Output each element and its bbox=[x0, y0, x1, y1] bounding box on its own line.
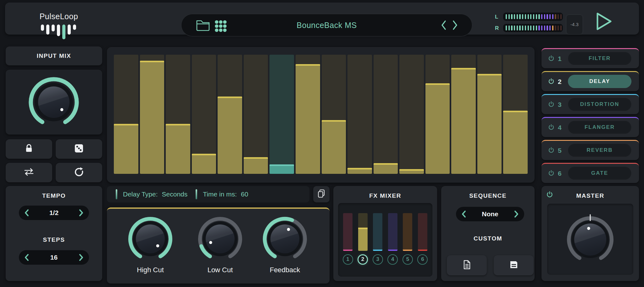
tempo-prev-icon[interactable] bbox=[24, 209, 30, 217]
sequencer-step-8[interactable] bbox=[296, 55, 320, 174]
meter-segment bbox=[547, 14, 548, 19]
low-cut-knob[interactable] bbox=[192, 211, 248, 268]
fx-slot-button[interactable]: FILTER bbox=[568, 52, 631, 65]
sequencer-step-15[interactable] bbox=[477, 55, 502, 174]
fx-slot-reverb[interactable]: 5REVERB bbox=[541, 140, 639, 160]
sequencer-step-14[interactable] bbox=[451, 55, 476, 174]
fx-slot-filter[interactable]: 1FILTER bbox=[541, 48, 639, 68]
copy-icon bbox=[317, 189, 325, 199]
meter-segment bbox=[525, 14, 526, 19]
mixer-channel-select-4[interactable]: 4 bbox=[387, 254, 398, 265]
power-icon[interactable] bbox=[548, 78, 555, 86]
mixer-channel-select-5[interactable]: 5 bbox=[402, 254, 413, 265]
meter-segment bbox=[514, 25, 515, 30]
meter-segment bbox=[506, 25, 507, 30]
swap-button[interactable] bbox=[6, 163, 52, 182]
fx-slot-gate[interactable]: 6GATE bbox=[541, 163, 639, 183]
power-icon[interactable] bbox=[548, 55, 555, 63]
logo-bar bbox=[73, 25, 76, 30]
power-icon[interactable] bbox=[548, 169, 555, 178]
sequencer-step-7[interactable] bbox=[269, 55, 294, 174]
mixer-channel-select-1[interactable]: 1 bbox=[343, 254, 353, 265]
sequencer-step-10[interactable] bbox=[347, 55, 372, 174]
sequencer-step-12[interactable] bbox=[399, 55, 424, 174]
preset-prev-icon[interactable] bbox=[440, 20, 446, 27]
steps-prev-icon[interactable] bbox=[24, 254, 30, 261]
meter-segment bbox=[511, 14, 512, 19]
lock-button[interactable] bbox=[6, 139, 52, 159]
master-title: MASTER bbox=[541, 192, 639, 199]
fx-slot-number: 5 bbox=[558, 141, 562, 160]
fx-slot-delay[interactable]: 2DELAY bbox=[541, 71, 639, 91]
sequencer-step-11[interactable] bbox=[374, 55, 398, 174]
meter-segment bbox=[522, 14, 523, 19]
power-icon[interactable] bbox=[548, 146, 555, 155]
sequencer-step-9[interactable] bbox=[322, 55, 346, 174]
delay-time-value[interactable]: 60 bbox=[241, 190, 248, 198]
delay-type-value[interactable]: Seconds bbox=[162, 190, 188, 198]
sequencer-step-16[interactable] bbox=[503, 55, 528, 174]
tempo-next-icon[interactable] bbox=[78, 209, 84, 217]
randomize-button[interactable] bbox=[56, 139, 102, 159]
fx-slot-distortion[interactable]: 3DISTORTION bbox=[541, 94, 639, 114]
sequencer-step-6[interactable] bbox=[244, 55, 268, 174]
sequencer-step-1[interactable] bbox=[114, 55, 138, 174]
mixer-fader-3[interactable] bbox=[373, 213, 382, 251]
save-sequence-button[interactable] bbox=[494, 255, 534, 275]
copy-button[interactable] bbox=[313, 186, 330, 202]
input-mix-title: INPUT MIX bbox=[6, 47, 102, 65]
load-sequence-button[interactable] bbox=[447, 255, 487, 275]
sequencer-step-3[interactable] bbox=[166, 55, 190, 174]
sequencer-step-fill bbox=[425, 83, 450, 174]
logo-bars-icon bbox=[41, 25, 76, 39]
preset-next-icon[interactable] bbox=[452, 20, 457, 27]
top-bar: PulseLoop BounceBack MS L R -4.3 bbox=[5, 3, 639, 35]
sequencer-step-13[interactable] bbox=[425, 55, 450, 174]
level-readout: -4.3 bbox=[566, 14, 583, 35]
sequence-title: SEQUENCE bbox=[441, 192, 535, 199]
fx-slot-button[interactable]: REVERB bbox=[568, 144, 631, 157]
sequencer-step-fill bbox=[192, 154, 216, 174]
fx-slot-button[interactable]: DELAY bbox=[568, 75, 631, 88]
input-mix-knob[interactable] bbox=[22, 71, 85, 135]
sequence-prev-icon[interactable] bbox=[461, 210, 467, 218]
mixer-fader-6[interactable] bbox=[418, 213, 427, 251]
sequence-next-icon[interactable] bbox=[514, 210, 519, 218]
separator-bar bbox=[116, 189, 117, 199]
master-knob[interactable] bbox=[560, 210, 620, 271]
mixer-channel-select-6[interactable]: 6 bbox=[417, 254, 428, 265]
mixer-fader-1[interactable] bbox=[343, 213, 353, 251]
play-button[interactable] bbox=[596, 12, 613, 31]
feedback-knob[interactable] bbox=[257, 211, 313, 268]
mixer-fader-4[interactable] bbox=[388, 213, 397, 251]
preset-name[interactable]: BounceBack MS bbox=[181, 14, 472, 36]
meter-segment bbox=[536, 14, 537, 19]
sequencer-step-fill bbox=[244, 157, 268, 174]
master-power-icon[interactable] bbox=[546, 190, 553, 199]
fx-slot-button[interactable]: DISTORTION bbox=[568, 98, 631, 111]
fx-slot-number: 6 bbox=[558, 164, 562, 183]
meter-segment bbox=[558, 25, 559, 30]
fx-slot-button[interactable]: FLANGER bbox=[568, 121, 631, 134]
sequencer-step-fill bbox=[399, 169, 424, 174]
fx-slot-flanger[interactable]: 4FLANGER bbox=[541, 117, 639, 137]
power-icon[interactable] bbox=[548, 101, 555, 109]
custom-label: CUSTOM bbox=[441, 235, 535, 242]
dice-icon bbox=[74, 144, 84, 154]
tempo-stepper: 1/2 bbox=[19, 206, 89, 220]
fx-slot-button[interactable]: GATE bbox=[568, 167, 631, 180]
fx-slot-number: 4 bbox=[558, 118, 562, 137]
meter-segment bbox=[519, 25, 520, 30]
meter-segment bbox=[555, 25, 556, 30]
sequencer-step-4[interactable] bbox=[192, 55, 216, 174]
mixer-channel-select-2[interactable]: 2 bbox=[358, 254, 368, 265]
mixer-fader-2[interactable] bbox=[358, 213, 368, 251]
mixer-fader-5[interactable] bbox=[403, 213, 412, 251]
sequencer-step-5[interactable] bbox=[218, 55, 242, 174]
high-cut-knob[interactable] bbox=[122, 211, 179, 268]
reset-button[interactable] bbox=[56, 163, 102, 182]
steps-next-icon[interactable] bbox=[78, 254, 84, 261]
mixer-channel-select-3[interactable]: 3 bbox=[373, 254, 383, 265]
power-icon[interactable] bbox=[548, 124, 555, 132]
sequencer-step-2[interactable] bbox=[140, 55, 164, 174]
